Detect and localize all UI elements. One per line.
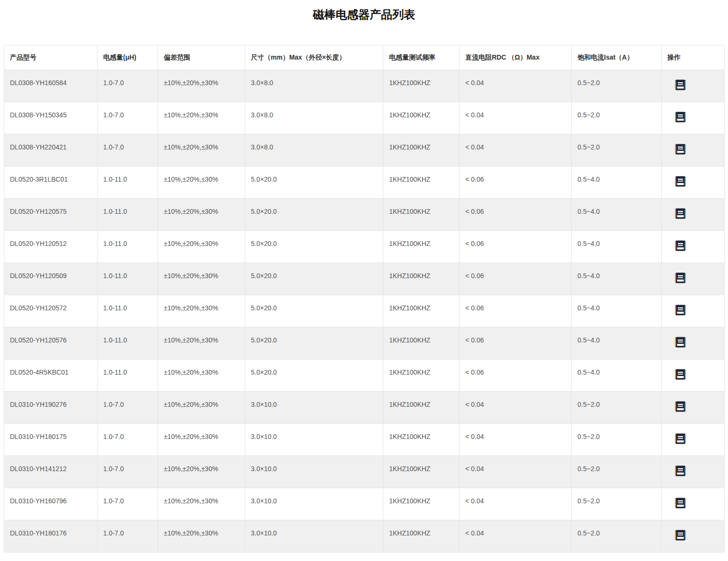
cell-product-model: DL0308-YH220421 [4, 134, 98, 167]
column-header-rdc: 直流电阻RDC （Ω）Max [460, 45, 572, 70]
cell-inductance: 1.0-7.0 [98, 134, 158, 167]
cell-tolerance: ±10%,±20%,±30% [158, 102, 245, 134]
cell-tolerance: ±10%,±20%,±30% [158, 295, 245, 327]
cell-action [662, 167, 725, 199]
datasheet-button[interactable] [675, 112, 686, 123]
datasheet-icon [675, 112, 686, 123]
cell-product-model: DL0520-YH120509 [4, 263, 98, 295]
cell-isat: 0.5~2.0 [572, 424, 662, 456]
datasheet-icon [675, 79, 686, 90]
cell-tolerance: ±10%,±20%,±30% [158, 520, 245, 552]
cell-isat: 0.5~2.0 [572, 392, 662, 424]
datasheet-button[interactable] [675, 369, 686, 380]
cell-tolerance: ±10%,±20%,±30% [158, 359, 245, 392]
cell-isat: 0.5~2.0 [572, 520, 662, 552]
cell-isat: 0.5~2.0 [572, 456, 662, 488]
cell-product-model: DL0520-3R1LBC01 [4, 167, 98, 199]
datasheet-icon [675, 433, 686, 444]
datasheet-icon [675, 401, 686, 412]
cell-size: 5.0×20.0 [245, 231, 383, 263]
cell-rdc: < 0.06 [460, 167, 572, 199]
table-row: DL0520-4R5KBC01 1.0-11.0 ±10%,±20%,±30% … [4, 359, 725, 392]
cell-rdc: < 0.04 [460, 134, 572, 167]
cell-action [662, 263, 725, 295]
table-row: DL0308-YH150345 1.0-7.0 ±10%,±20%,±30% 3… [4, 102, 725, 134]
cell-action [662, 456, 725, 488]
table-row: DL0310-YH190276 1.0-7.0 ±10%,±20%,±30% 3… [4, 392, 725, 424]
datasheet-icon [675, 272, 686, 283]
datasheet-button[interactable] [675, 305, 686, 316]
cell-tolerance: ±10%,±20%,±30% [158, 199, 245, 231]
cell-test-frequency: 1KHZ100KHZ [383, 359, 460, 392]
datasheet-button[interactable] [675, 79, 686, 90]
cell-product-model: DL0310-YH160796 [4, 488, 98, 520]
cell-isat: 0.5~4.0 [572, 231, 662, 263]
cell-action [662, 199, 725, 231]
datasheet-button[interactable] [675, 465, 686, 476]
cell-rdc: < 0.06 [460, 199, 572, 231]
datasheet-button[interactable] [675, 433, 686, 444]
cell-test-frequency: 1KHZ100KHZ [383, 424, 460, 456]
cell-inductance: 1.0-11.0 [98, 167, 158, 199]
cell-size: 3.0×10.0 [245, 392, 383, 424]
datasheet-button[interactable] [675, 530, 686, 541]
product-table: 产品型号电感量(μH)偏差范围尺寸（mm）Max（外径×长度）电感量测试频率直流… [4, 45, 725, 552]
cell-isat: 0.5~2.0 [572, 70, 662, 102]
table-row: DL0520-YH120575 1.0-11.0 ±10%,±20%,±30% … [4, 199, 725, 231]
datasheet-button[interactable] [675, 240, 686, 251]
cell-inductance: 1.0-11.0 [98, 231, 158, 263]
cell-size: 5.0×20.0 [245, 327, 383, 359]
cell-rdc: < 0.04 [460, 102, 572, 134]
datasheet-button[interactable] [675, 208, 686, 219]
cell-inductance: 1.0-7.0 [98, 70, 158, 102]
cell-product-model: DL0310-YH141212 [4, 456, 98, 488]
cell-test-frequency: 1KHZ100KHZ [383, 102, 460, 134]
table-row: DL0308-YH160584 1.0-7.0 ±10%,±20%,±30% 3… [4, 70, 725, 102]
column-header-size: 尺寸（mm）Max（外径×长度） [245, 45, 383, 70]
cell-action [662, 359, 725, 392]
cell-action [662, 488, 725, 520]
datasheet-icon [675, 305, 686, 316]
table-header-row: 产品型号电感量(μH)偏差范围尺寸（mm）Max（外径×长度）电感量测试频率直流… [4, 45, 725, 70]
datasheet-button[interactable] [675, 498, 686, 508]
cell-rdc: < 0.06 [460, 231, 572, 263]
column-header-action: 操作 [662, 45, 725, 70]
cell-isat: 0.5~4.0 [572, 199, 662, 231]
cell-inductance: 1.0-11.0 [98, 359, 158, 392]
cell-product-model: DL0308-YH160584 [4, 70, 98, 102]
cell-product-model: DL0310-YH180175 [4, 424, 98, 456]
datasheet-icon [675, 465, 686, 476]
table-row: DL0310-YH141212 1.0-7.0 ±10%,±20%,±30% 3… [4, 456, 725, 488]
cell-action [662, 231, 725, 263]
table-row: DL0310-YH180175 1.0-7.0 ±10%,±20%,±30% 3… [4, 424, 725, 456]
cell-action [662, 520, 725, 552]
cell-rdc: < 0.06 [460, 327, 572, 359]
cell-size: 5.0×20.0 [245, 359, 383, 392]
table-row: DL0310-YH160796 1.0-7.0 ±10%,±20%,±30% 3… [4, 488, 725, 520]
cell-action [662, 392, 725, 424]
cell-product-model: DL0520-YH120575 [4, 199, 98, 231]
cell-action [662, 70, 725, 102]
column-header-tolerance: 偏差范围 [158, 45, 245, 70]
datasheet-button[interactable] [675, 337, 686, 348]
cell-isat: 0.5~4.0 [572, 327, 662, 359]
column-header-product-model: 产品型号 [4, 45, 98, 70]
cell-size: 5.0×20.0 [245, 263, 383, 295]
cell-test-frequency: 1KHZ100KHZ [383, 134, 460, 167]
cell-isat: 0.5~2.0 [572, 134, 662, 167]
datasheet-button[interactable] [675, 176, 686, 187]
datasheet-button[interactable] [675, 144, 686, 155]
datasheet-button[interactable] [675, 272, 686, 283]
cell-size: 3.0×8.0 [245, 70, 383, 102]
page-title: 磁棒电感器产品列表 [0, 7, 728, 23]
cell-test-frequency: 1KHZ100KHZ [383, 488, 460, 520]
cell-test-frequency: 1KHZ100KHZ [383, 231, 460, 263]
datasheet-button[interactable] [675, 401, 686, 412]
cell-test-frequency: 1KHZ100KHZ [383, 295, 460, 327]
datasheet-icon [675, 530, 686, 541]
cell-inductance: 1.0-11.0 [98, 327, 158, 359]
cell-rdc: < 0.04 [460, 520, 572, 552]
cell-size: 3.0×10.0 [245, 424, 383, 456]
cell-isat: 0.5~2.0 [572, 488, 662, 520]
cell-rdc: < 0.04 [460, 392, 572, 424]
